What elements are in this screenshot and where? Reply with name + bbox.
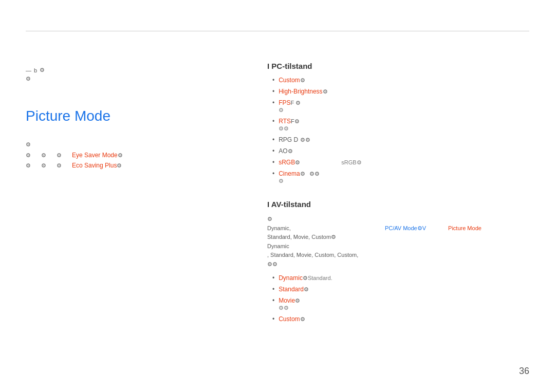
dash-icon: — [26,67,31,73]
mode-row-1: ⚙ ⚙ ⚙ Eye Saver Mode⚙ [26,152,123,159]
pc-cinema-icon2: ⚙⚙ [309,171,320,177]
av-standard-text: Standard [279,286,304,293]
av-custom-text: Custom [279,315,300,323]
pc-rts-sub: ⚙⚙ [279,125,300,132]
av-movie-sub: ⚙⚙ [279,305,300,311]
page-number: 36 [519,366,529,377]
b-icon: b [34,67,37,73]
av-intro: ⚙ Dynamic, PC/AV Mode⚙V Picture Mode Sta… [267,215,540,269]
pc-rts-icon: F⚙ [291,118,300,124]
pc-section-title: I PC-tilstand [267,62,540,70]
av-section: I AV-tilstand ⚙ Dynamic, PC/AV Mode⚙V Pi… [267,200,540,323]
pc-cinema-icon: ⚙ [300,171,305,177]
av-bullet-list: Dynamic⚙Standard. Standard⚙ Movie⚙ ⚙⚙ Cu… [272,274,540,323]
pc-srgb-note: sRGB⚙ [341,159,361,166]
pc-srgb-text: sRGB [279,159,295,166]
gear-icon2: ⚙ [26,76,31,82]
mode-icon-2: ⚙ [26,162,31,169]
av-item-standard: Standard⚙ [272,286,540,293]
mode-row-2: ⚙ ⚙ ⚙ Eco Saving Plus⚙ [26,162,123,169]
pc-item-srgb: sRGB⚙ sRGB⚙ [272,159,540,166]
pc-ao-text: AO⚙ [279,147,292,155]
av-dynamic-item-text: Dynamic [279,274,303,282]
page-title: Picture Mode [26,108,110,124]
pc-rts-text: RTS [279,118,291,125]
mode-icon-1b: ⚙ [41,152,46,159]
pc-item-rts: RTSF⚙ ⚙⚙ [272,118,540,132]
pc-item-fps: FPSF ⚙ ⚙ [272,99,540,114]
av-dynamic-icon: ⚙ [303,275,308,281]
av-intro-line2: Dynamic, PC/AV Mode⚙V Picture Mode [267,224,540,233]
av-custom-icon: ⚙ [300,316,305,322]
subtitle-row: ⚙ [26,141,31,148]
gear-icon1: ⚙ [40,67,45,73]
pc-custom-text: Custom [279,77,300,84]
av-item-custom: Custom⚙ [272,315,540,323]
pc-rpg-text: RPG D ⚙⚙ [279,136,310,143]
av-intro-line5: , Standard, Movie, Custom, Custom, [267,251,540,260]
av-picmode-link: Picture Mode [448,225,482,231]
pc-fps-text: FPS [279,99,290,106]
mode-icon-1c: ⚙ [57,152,62,159]
top-divider [26,31,529,31]
right-column: I PC-tilstand Custom⚙ High-Brightness⚙ F… [267,62,540,327]
mode-icon-2b: ⚙ [41,162,46,169]
top-icon-area: — b ⚙ ⚙ [26,67,45,82]
av-item-movie: Movie⚙ ⚙⚙ [272,297,540,311]
av-item-dynamic: Dynamic⚙Standard. [272,274,540,282]
av-movie-icon: ⚙ [295,297,300,304]
pc-cinema-text: Cinema [279,170,300,177]
pc-hb-text: High-Brightness [279,88,322,95]
av-movie-text: Movie [279,297,295,304]
pc-item-high-brightness: High-Brightness⚙ [272,88,540,95]
mode-icon-2c: ⚙ [57,162,62,169]
av-section-title: I AV-tilstand [267,200,540,209]
av-intro-line3: Standard, Movie, Custom⚙ [267,233,540,242]
pc-item-custom: Custom⚙ [272,77,540,84]
av-dynamic-text: Dynamic, [267,225,292,231]
pc-item-rpg: RPG D ⚙⚙ [272,136,540,143]
mode-rows-container: ⚙ ⚙ ⚙ Eye Saver Mode⚙ ⚙ ⚙ ⚙ Eco Saving P… [26,152,123,169]
av-intro-line4: Dynamic [267,242,540,251]
pc-hb-icon: ⚙ [323,88,328,95]
eco-saving-link: Eco Saving Plus⚙ [72,162,122,169]
eye-saver-link: Eye Saver Mode⚙ [72,152,123,159]
pc-srgb-icon: ⚙ [295,159,300,165]
pc-fps-sub: ⚙ [279,107,301,114]
av-intro-line6: ⚙⚙ [267,260,540,269]
pc-cinema-sub: ⚙ [279,178,319,184]
av-pcav-link: PC/AV Mode⚙V [385,225,426,231]
av-intro-line1: ⚙ [267,215,540,224]
pc-item-cinema: Cinema⚙ ⚙⚙ ⚙ [272,170,540,184]
pc-bullet-list: Custom⚙ High-Brightness⚙ FPSF ⚙ ⚙ RTSF⚙ … [272,77,540,184]
pc-fps-icon: F ⚙ [291,100,301,106]
av-standard-icon: ⚙ [304,286,309,292]
subtitle-icon: ⚙ [26,141,31,148]
pc-custom-icon: ⚙ [300,77,305,83]
mode-icon-1: ⚙ [26,152,31,159]
pc-item-ao: AO⚙ [272,147,540,155]
